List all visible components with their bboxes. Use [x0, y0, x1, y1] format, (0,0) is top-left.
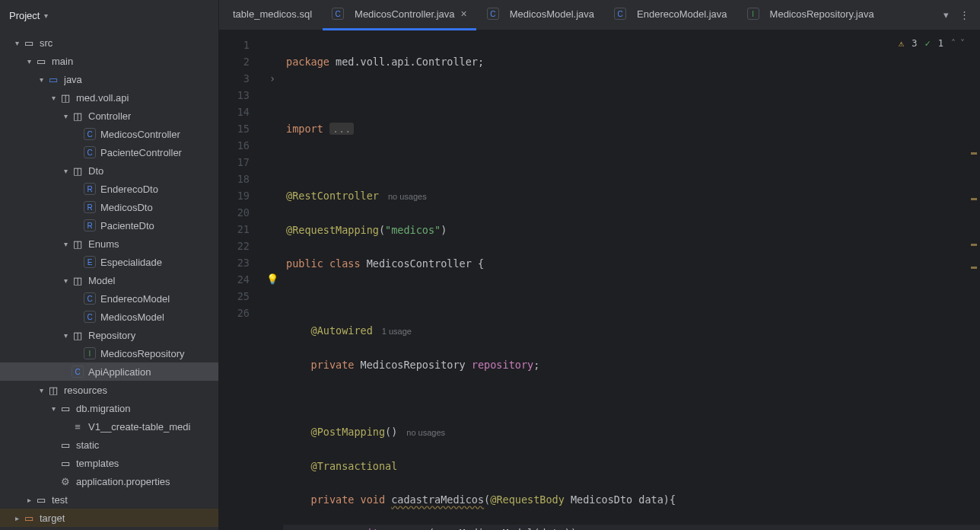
chevron-down-icon[interactable]: ▾ [943, 9, 949, 21]
tree-class[interactable]: RPacienteDto [0, 216, 218, 235]
code-annotation: @Transactional [311, 460, 398, 472]
code-field: repository [336, 527, 397, 530]
code-editor[interactable]: 1 2 3 13 14 15 16 17 18 19 20 21 22 23 2… [219, 30, 980, 530]
line-number: 19 [219, 187, 250, 204]
tree-package-model[interactable]: ▾◫Model [0, 271, 218, 289]
tree-folder-src[interactable]: ▾▭src [0, 34, 218, 52]
tree-folder-main[interactable]: ▾▭main [0, 52, 218, 70]
code-indent [286, 527, 336, 530]
file-icon: ≡ [72, 420, 84, 433]
tree-package-enums[interactable]: ▾◫Enums [0, 235, 218, 253]
project-tree[interactable]: ▾▭src ▾▭main ▾▭java ▾◫med.voll.api ▾◫Con… [0, 30, 218, 530]
record-icon: R [84, 183, 96, 195]
interface-icon: I [747, 8, 759, 20]
code-warning: cadastraMedicos [391, 493, 484, 506]
warning-mark[interactable] [971, 244, 977, 246]
tree-folder-test[interactable]: ▸▭test [0, 490, 218, 509]
code-field: repository [472, 359, 533, 371]
tree-folder-dbmigration[interactable]: ▾▭db.migration [0, 399, 218, 417]
package-icon: ◫ [59, 91, 72, 104]
code-keyword: import [286, 123, 329, 135]
tree-class[interactable]: CEnderecoModel [0, 289, 218, 308]
folder-icon: ▭ [35, 493, 47, 506]
chevron-down-icon: ▾ [23, 57, 35, 65]
tab-label: MedicosController.java [355, 8, 455, 20]
tree-folder-static[interactable]: ▭static [0, 436, 218, 454]
tree-package-controller[interactable]: ▾◫Controller [0, 107, 218, 125]
tree-class[interactable]: REnderecoDto [0, 180, 218, 198]
tree-folder-resources[interactable]: ▾◫resources [0, 381, 218, 399]
tree-class[interactable]: EEspecialidade [0, 253, 218, 271]
tree-file-appprops[interactable]: ⚙application.properties [0, 472, 218, 490]
tree-folder-templates[interactable]: ▭templates [0, 454, 218, 472]
project-header[interactable]: Project ▾ [0, 0, 218, 30]
folder-icon: ▭ [59, 457, 72, 469]
code-annotation: @RestController [286, 190, 379, 202]
chevron-down-icon: ▾ [59, 167, 72, 175]
project-title: Project [9, 10, 40, 21]
tree-folder-target[interactable]: ▸▭target [0, 509, 218, 527]
code-keyword: void [361, 493, 392, 506]
resources-folder-icon: ◫ [47, 384, 59, 396]
tree-class[interactable]: CPacienteController [0, 143, 218, 161]
code-content[interactable]: package med.voll.api.Controller; import … [283, 30, 980, 530]
folded-region[interactable]: ... [329, 123, 354, 135]
package-icon: ◫ [72, 164, 84, 177]
line-number: 13 [219, 87, 250, 104]
chevron-right-icon: ▸ [23, 496, 35, 504]
editor-area: table_medicos.sql CMedicosController.jav… [219, 0, 980, 530]
code-keyword: private [311, 493, 361, 506]
chevron-down-icon[interactable]: ˅ [960, 38, 965, 49]
gutter-icons: › 💡 [262, 30, 283, 530]
check-icon: ✓ [925, 38, 931, 49]
tab-sql[interactable]: table_medicos.sql [224, 0, 321, 30]
code-text: MedicosDto data){ [565, 493, 676, 506]
code-text: MedicosController [367, 257, 478, 270]
check-count: 1 [938, 38, 943, 49]
usage-hint: no usages [406, 428, 445, 437]
tree-package-dto[interactable]: ▾◫Dto [0, 161, 218, 180]
code-text: ) [441, 224, 447, 236]
class-icon: C [332, 8, 344, 20]
tree-folder-java[interactable]: ▾▭java [0, 70, 218, 88]
inspection-nav: ˄˅ [951, 38, 965, 49]
tree-class-apiapplication[interactable]: CApiApplication [0, 362, 218, 381]
tree-class[interactable]: RMedicosDto [0, 198, 218, 216]
tab-label: MedicosRepository.java [770, 8, 874, 20]
usage-hint: 1 usage [382, 327, 412, 336]
fold-icon[interactable]: › [262, 70, 283, 87]
tree-file[interactable]: ≡V1__create-table_medi [0, 417, 218, 436]
tree-interface[interactable]: IMedicosRepository [0, 344, 218, 362]
tree-package[interactable]: ▾◫med.voll.api [0, 88, 218, 107]
folder-icon: ▭ [59, 439, 72, 451]
code-text: .save( [397, 527, 434, 530]
chevron-down-icon: ▾ [35, 75, 47, 84]
line-number: 14 [219, 104, 250, 120]
line-number: 3 [219, 70, 250, 87]
folder-icon: ▭ [59, 402, 72, 414]
code-indent [286, 460, 311, 472]
line-number: 20 [219, 204, 250, 221]
class-icon: C [84, 146, 96, 158]
warning-mark[interactable] [971, 198, 977, 200]
code-text: ; [533, 359, 539, 371]
chevron-down-icon: ▾ [11, 39, 23, 47]
inspections-widget[interactable]: ⚠3 ✓1 ˄˅ [899, 38, 965, 49]
code-text: ( [379, 224, 385, 236]
more-icon[interactable]: ⋮ [959, 9, 969, 21]
tree-class[interactable]: CMedicosModel [0, 308, 218, 326]
tab-medicosrepository[interactable]: IMedicosRepository.java [738, 0, 883, 30]
close-icon[interactable]: × [461, 8, 467, 20]
line-number: 16 [219, 137, 250, 154]
tree-package-repository[interactable]: ▾◫Repository [0, 326, 218, 344]
tab-medicoscontroller[interactable]: CMedicosController.java× [323, 0, 476, 30]
warning-mark[interactable] [971, 267, 977, 269]
package-icon: ◫ [72, 329, 84, 341]
tab-medicosmodel[interactable]: CMedicosModel.java [478, 0, 603, 30]
bulb-icon[interactable]: 💡 [262, 271, 283, 288]
chevron-up-icon[interactable]: ˄ [951, 38, 956, 49]
class-icon: C [487, 8, 499, 20]
tab-enderecomodel[interactable]: CEnderecoModel.java [605, 0, 737, 30]
warning-mark[interactable] [971, 152, 977, 155]
tree-class[interactable]: CMedicosController [0, 125, 218, 143]
